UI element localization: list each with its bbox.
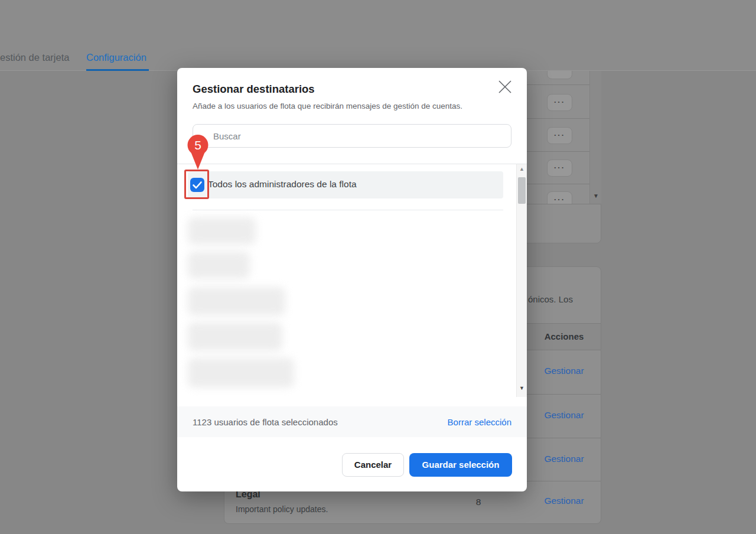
dialog-title: Gestionar destinatarios <box>193 83 315 96</box>
selection-status-bar: 1123 usuarios de flota seleccionados Bor… <box>177 406 527 437</box>
annotation-step-pin: 5 <box>187 134 209 173</box>
scroll-down-icon[interactable]: ▼ <box>590 193 602 199</box>
divider <box>193 210 503 210</box>
redacted-list-item[interactable] <box>188 252 250 279</box>
manage-link[interactable]: Gestionar <box>532 410 597 421</box>
more-options-icon: ··· <box>554 163 565 172</box>
clear-selection-link[interactable]: Borrar selección <box>448 417 511 427</box>
more-options-button[interactable]: ··· <box>547 159 572 177</box>
annotation-step-number: 5 <box>194 138 201 152</box>
select-all-label: Todos los administradores de la flota <box>208 179 357 190</box>
active-tab-underline <box>86 69 149 71</box>
save-selection-button[interactable]: Guardar selección <box>409 453 512 477</box>
manage-link[interactable]: Gestionar <box>532 454 597 464</box>
row-count: 8 <box>461 497 496 507</box>
redacted-list-item[interactable] <box>188 287 285 315</box>
manage-recipients-dialog: Gestionar destinatarios Añade a los usua… <box>177 68 527 491</box>
more-options-icon: ··· <box>554 131 565 139</box>
scrollbar-thumb[interactable] <box>518 177 526 204</box>
actions-column-header: Acciones <box>532 331 597 341</box>
more-options-icon: ··· <box>554 195 565 204</box>
search-input[interactable] <box>193 124 511 148</box>
divider <box>177 164 527 164</box>
redacted-list-item[interactable] <box>188 323 282 351</box>
cancel-button[interactable]: Cancelar <box>342 453 404 477</box>
row-description: Important policy updates. <box>236 504 328 514</box>
page-header: estión de tarjeta Configuración <box>0 0 756 71</box>
more-options-icon: ··· <box>554 97 565 106</box>
annotation-highlight-box <box>184 170 209 199</box>
card-description-fragment: ónicos. Los <box>528 294 573 304</box>
scroll-up-icon[interactable]: ▲ <box>517 166 527 172</box>
more-options-button[interactable]: ··· <box>547 94 572 111</box>
selection-count-text: 1123 usuarios de flota seleccionados <box>193 417 338 427</box>
screen: ··· ··· ··· ··· ··· ▼ ónicos. Los Accion… <box>0 0 756 534</box>
scroll-down-icon[interactable]: ▼ <box>517 385 527 391</box>
more-options-button[interactable]: ··· <box>547 127 572 144</box>
redacted-list-item[interactable] <box>188 358 294 388</box>
dialog-subtitle: Añade a los usuarios de flota que recibi… <box>193 102 462 110</box>
list-scrollbar[interactable]: ▲ ▼ <box>516 164 527 397</box>
close-icon[interactable] <box>498 80 512 94</box>
manage-link[interactable]: Gestionar <box>532 366 597 376</box>
table-scrollbar[interactable]: ▼ <box>589 53 601 204</box>
tab-card-management[interactable]: estión de tarjeta <box>0 52 69 63</box>
manage-link[interactable]: Gestionar <box>532 496 597 506</box>
tab-configuration[interactable]: Configuración <box>86 52 146 63</box>
select-all-row[interactable]: Todos los administradores de la flota <box>188 171 503 198</box>
redacted-list-item[interactable] <box>188 217 256 245</box>
